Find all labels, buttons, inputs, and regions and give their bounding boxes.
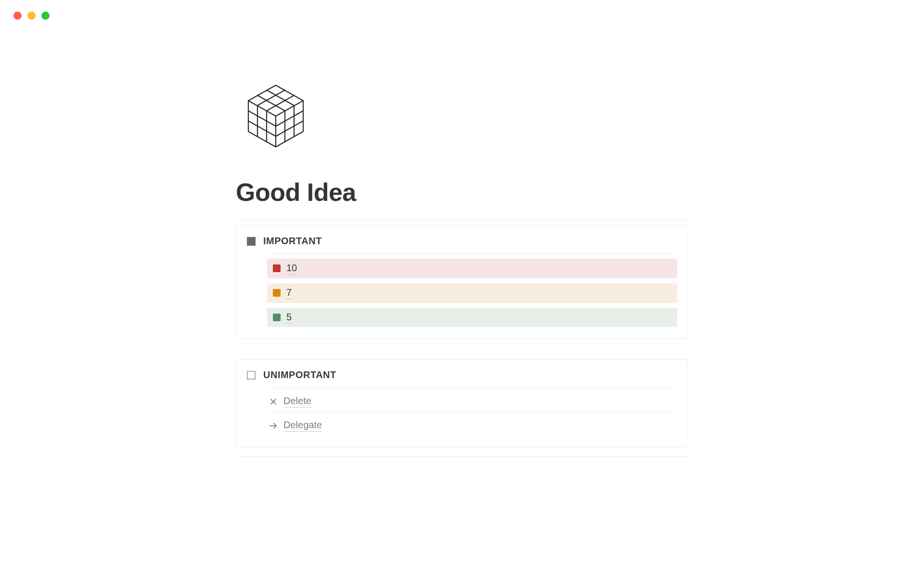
action-label[interactable]: Delete <box>283 395 311 407</box>
window-close-dot[interactable] <box>13 12 22 20</box>
list-item[interactable]: 10 <box>267 253 677 278</box>
important-panel[interactable]: IMPORTANT 10 7 5 <box>236 225 688 339</box>
important-items: 10 7 5 <box>267 253 677 328</box>
color-swatch-icon <box>273 264 281 272</box>
priority-value[interactable]: 5 <box>286 312 292 324</box>
list-item[interactable]: 5 <box>267 302 677 328</box>
priority-value[interactable]: 10 <box>286 263 297 275</box>
priority-row-5: 5 <box>267 308 677 327</box>
action-label[interactable]: Delegate <box>283 420 322 432</box>
important-header[interactable]: IMPORTANT <box>247 236 677 247</box>
list-item[interactable]: 7 <box>267 278 677 302</box>
page-title[interactable]: Good Idea <box>236 178 688 207</box>
color-swatch-icon <box>273 289 281 297</box>
color-swatch-icon <box>273 314 281 321</box>
arrow-right-icon <box>269 421 278 430</box>
filled-square-icon <box>247 237 256 246</box>
action-row-delegate: Delegate <box>267 416 677 435</box>
priority-row-10: 10 <box>267 259 677 278</box>
window-traffic-lights <box>0 0 924 20</box>
window-minimize-dot[interactable] <box>27 12 36 20</box>
unimportant-items: Delete Delegate <box>267 387 677 436</box>
important-label: IMPORTANT <box>263 236 322 247</box>
outline-square-icon <box>247 371 256 380</box>
divider <box>236 219 688 220</box>
x-icon <box>269 397 278 406</box>
unimportant-panel[interactable]: UNIMPORTANT Delete Delegate <box>236 359 688 447</box>
list-item[interactable]: Delete <box>267 387 677 411</box>
divider <box>236 456 688 457</box>
unimportant-label: UNIMPORTANT <box>263 369 336 381</box>
window-zoom-dot[interactable] <box>41 12 50 20</box>
list-item[interactable]: Delegate <box>267 411 677 436</box>
unimportant-header[interactable]: UNIMPORTANT <box>247 369 677 381</box>
priority-row-7: 7 <box>267 283 677 302</box>
action-row-delete: Delete <box>267 392 677 411</box>
rubiks-cube-icon[interactable] <box>244 82 688 152</box>
priority-value[interactable]: 7 <box>286 287 292 299</box>
